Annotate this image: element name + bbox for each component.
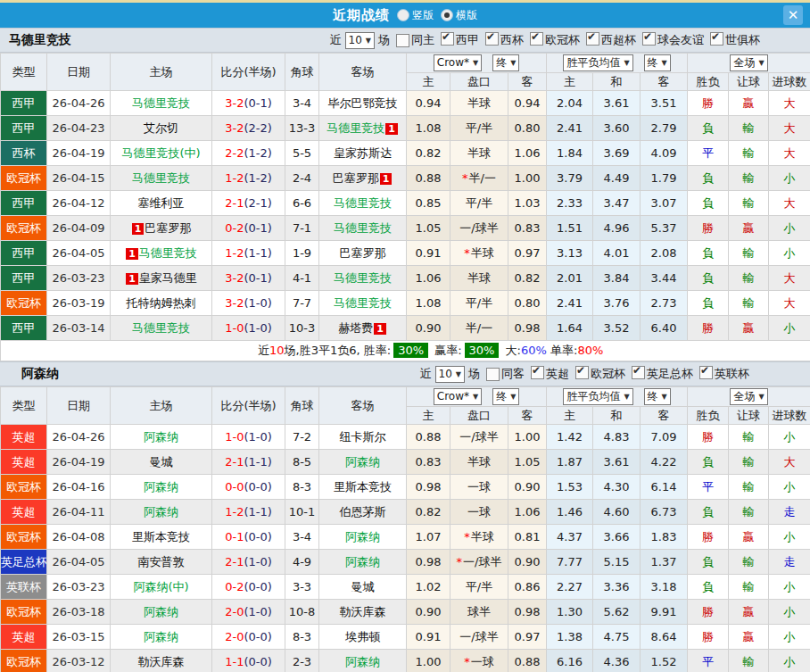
- crown-handicap: 一球: [450, 500, 508, 525]
- match-row: 西甲 26-03-23 1皇家马德里 3-2(0-1) 4-1 马德里竞技 1.…: [1, 266, 810, 291]
- home-team[interactable]: 曼城: [111, 450, 212, 475]
- league-filter-checkbox[interactable]: [485, 32, 499, 46]
- league-filter-checkbox[interactable]: [530, 32, 543, 46]
- away-team[interactable]: 纽卡斯尔: [319, 425, 407, 450]
- league-filter-checkbox[interactable]: [699, 366, 713, 379]
- league-filter-checkbox[interactable]: [586, 32, 599, 46]
- vertical-layout-radio[interactable]: [397, 9, 409, 21]
- home-team[interactable]: 勒沃库森: [111, 650, 212, 672]
- league-filter-checkbox[interactable]: [632, 366, 645, 379]
- match-score: 0-1(0-0): [212, 525, 285, 550]
- away-team[interactable]: 马德里竞技1: [319, 116, 407, 141]
- away-team[interactable]: 阿森纳: [319, 525, 407, 550]
- away-team[interactable]: 马德里竞技: [319, 191, 407, 216]
- home-team[interactable]: 阿森纳: [111, 625, 212, 650]
- same-venue-checkbox[interactable]: [486, 368, 500, 381]
- close-icon[interactable]: [783, 5, 803, 25]
- result-handicap: 輸: [729, 266, 769, 291]
- away-team[interactable]: 赫塔费1: [319, 316, 407, 341]
- home-team[interactable]: 阿森纳: [111, 475, 212, 500]
- atletico-results-table: 类型 日期 主场 比分(半场) 角球 客场 Crow*终 胜平负均值终 全场 主…: [0, 53, 810, 361]
- home-team[interactable]: 阿森纳: [111, 425, 212, 450]
- euro-draw-odds: 3.61: [593, 91, 641, 116]
- final-odds-select[interactable]: 终: [492, 388, 519, 405]
- crown-handicap: *半球: [450, 525, 508, 550]
- home-team[interactable]: 塞维利亚: [111, 191, 212, 216]
- home-team[interactable]: 托特纳姆热刺: [111, 291, 212, 316]
- away-team[interactable]: 伯恩茅斯: [319, 500, 407, 525]
- corner-score: 7-2: [285, 425, 319, 450]
- league-filter-checkbox[interactable]: [575, 366, 589, 379]
- away-team[interactable]: 埃弗顿: [319, 625, 407, 650]
- scope-select[interactable]: 全场: [730, 388, 767, 405]
- away-team[interactable]: 马德里竞技: [319, 266, 407, 291]
- home-team[interactable]: 南安普敦: [111, 550, 212, 575]
- away-team[interactable]: 马德里竞技: [319, 216, 407, 241]
- bookmaker-select[interactable]: Crow*: [434, 388, 482, 405]
- result-goals: 大: [769, 450, 810, 475]
- away-team[interactable]: 毕尔巴鄂竞技: [319, 91, 407, 116]
- final-avg-select[interactable]: 终: [644, 54, 671, 71]
- home-team[interactable]: 马德里竞技: [111, 166, 212, 191]
- col-type: 类型: [1, 54, 47, 91]
- games-count-select[interactable]: 10: [345, 32, 375, 49]
- euro-away-odds: 2.79: [641, 116, 688, 141]
- away-team[interactable]: 勒沃库森: [319, 600, 407, 625]
- home-team[interactable]: 1马德里竞技: [111, 241, 212, 266]
- games-count-select[interactable]: 10: [435, 366, 465, 383]
- euro-home-odds: 4.37: [547, 525, 593, 550]
- scope-select[interactable]: 全场: [730, 54, 767, 71]
- home-team[interactable]: 阿森纳(中): [111, 575, 212, 600]
- away-team[interactable]: 阿森纳: [319, 450, 407, 475]
- final-odds-select[interactable]: 终: [492, 54, 519, 71]
- avg-odds-select[interactable]: 胜平负均值: [563, 388, 632, 405]
- home-team[interactable]: 阿森纳: [111, 500, 212, 525]
- away-team[interactable]: 马德里竞技: [319, 291, 407, 316]
- result-wdl: 平: [688, 650, 729, 672]
- bookmaker-select[interactable]: Crow*: [434, 54, 482, 71]
- rate-chip: 30%: [393, 343, 428, 358]
- avg-odds-select[interactable]: 胜平负均值: [563, 54, 632, 71]
- away-team[interactable]: 巴塞罗那: [319, 241, 407, 266]
- match-score: 1-2(1-1): [212, 241, 285, 266]
- result-handicap: 贏: [729, 91, 769, 116]
- home-team[interactable]: 艾尔切: [111, 116, 212, 141]
- league-filter-checkbox[interactable]: [642, 32, 656, 46]
- home-team[interactable]: 阿森纳: [111, 600, 212, 625]
- league-filter-checkbox[interactable]: [710, 32, 723, 46]
- match-score: 0-0(0-0): [212, 475, 285, 500]
- corner-score: 3-3: [285, 575, 319, 600]
- away-team[interactable]: 阿森纳: [319, 650, 407, 672]
- home-team[interactable]: 马德里竞技(中): [111, 141, 212, 166]
- league-filter-checkbox[interactable]: [441, 32, 454, 46]
- col-corner: 角球: [285, 387, 319, 425]
- home-team[interactable]: 1皇家马德里: [111, 266, 212, 291]
- euro-away-odds: 3.44: [641, 266, 688, 291]
- home-team[interactable]: 1巴塞罗那: [111, 216, 212, 241]
- away-team[interactable]: 皇家苏斯达: [319, 141, 407, 166]
- away-team[interactable]: 曼城: [319, 575, 407, 600]
- away-team[interactable]: 里斯本竞技: [319, 475, 407, 500]
- league-filter-checkbox[interactable]: [531, 366, 544, 379]
- away-team[interactable]: 巴塞罗那1: [319, 166, 407, 191]
- result-wdl: 勝: [688, 316, 729, 341]
- result-handicap: 輸: [729, 116, 769, 141]
- horizontal-layout-radio[interactable]: [441, 9, 453, 21]
- home-team[interactable]: 里斯本竞技: [111, 525, 212, 550]
- changed-handicap-marker: *: [462, 171, 468, 185]
- crown-handicap: 一/球半: [450, 216, 508, 241]
- team-name-atletico: 马德里竞技: [0, 32, 71, 48]
- col-crown-away: 客: [508, 73, 547, 91]
- crown-handicap: 半球: [450, 141, 508, 166]
- euro-home-odds: 2.41: [547, 291, 593, 316]
- match-row: 西甲 26-04-23 艾尔切 3-2(2-2) 13-3 马德里竞技1 1.0…: [1, 116, 810, 141]
- crown-away-odds: 0.90: [508, 475, 547, 500]
- home-team[interactable]: 马德里竞技: [111, 91, 212, 116]
- home-team[interactable]: 马德里竞技: [111, 316, 212, 341]
- col-euro-away: 客: [641, 407, 688, 425]
- same-venue-checkbox[interactable]: [396, 34, 409, 47]
- final-avg-select[interactable]: 终: [644, 388, 671, 405]
- away-team[interactable]: 阿森纳: [319, 550, 407, 575]
- col-res-goals: 进球数: [769, 407, 810, 425]
- result-wdl: 平: [688, 475, 729, 500]
